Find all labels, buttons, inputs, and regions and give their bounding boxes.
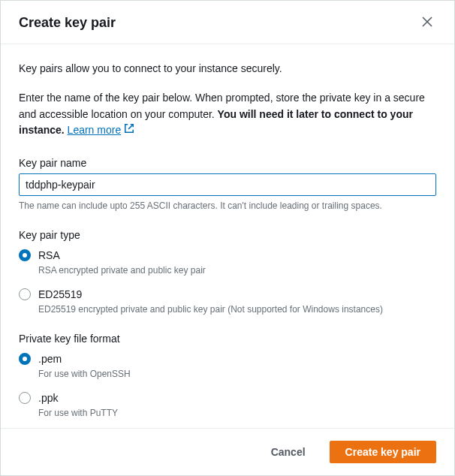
external-link-icon	[124, 122, 134, 139]
file-format-label: Private key file format	[19, 333, 436, 345]
radio-option-rsa[interactable]: RSA RSA encrypted private and public key…	[19, 249, 436, 276]
radio-option-pem[interactable]: .pem For use with OpenSSH	[19, 352, 436, 379]
radio-icon	[19, 392, 31, 404]
key-pair-type-group: RSA RSA encrypted private and public key…	[19, 249, 436, 315]
radio-icon	[19, 249, 31, 261]
radio-icon	[19, 353, 31, 365]
intro-text: Key pairs allow you to connect to your i…	[19, 61, 436, 77]
radio-option-ppk[interactable]: .ppk For use with PuTTY	[19, 391, 436, 418]
key-pair-type-label: Key pair type	[19, 229, 436, 241]
description-text: Enter the name of the key pair below. Wh…	[19, 90, 436, 139]
file-format-section: Private key file format .pem For use wit…	[19, 333, 436, 418]
create-key-pair-button[interactable]: Create key pair	[330, 441, 436, 463]
modal-title: Create key pair	[19, 15, 116, 31]
radio-label: .ppk	[38, 391, 118, 405]
radio-description: For use with OpenSSH	[38, 369, 131, 379]
radio-description: ED25519 encrypted private and public key…	[38, 304, 383, 315]
file-format-group: .pem For use with OpenSSH .ppk For use w…	[19, 352, 436, 418]
radio-label: .pem	[38, 352, 131, 366]
cancel-button[interactable]: Cancel	[256, 441, 321, 462]
learn-more-link[interactable]: Learn more	[68, 122, 135, 139]
close-button[interactable]	[418, 13, 436, 33]
key-pair-name-helper: The name can include upto 255 ASCII char…	[19, 200, 436, 211]
radio-label: ED25519	[38, 288, 383, 302]
key-pair-name-input[interactable]	[19, 173, 436, 196]
create-key-pair-modal: Create key pair Key pairs allow you to c…	[0, 0, 455, 476]
radio-description: For use with PuTTY	[38, 408, 118, 418]
radio-option-ed25519[interactable]: ED25519 ED25519 encrypted private and pu…	[19, 288, 436, 315]
key-pair-type-section: Key pair type RSA RSA encrypted private …	[19, 229, 436, 315]
radio-label: RSA	[38, 249, 206, 263]
key-pair-name-field: Key pair name The name can include upto …	[19, 157, 436, 211]
learn-more-label: Learn more	[68, 122, 122, 139]
key-pair-name-label: Key pair name	[19, 157, 436, 169]
modal-footer: Cancel Create key pair	[1, 428, 454, 475]
close-icon	[421, 16, 433, 30]
modal-body: Key pairs allow you to connect to your i…	[1, 44, 454, 428]
radio-description: RSA encrypted private and public key pai…	[38, 265, 206, 276]
radio-icon	[19, 288, 31, 300]
modal-header: Create key pair	[1, 1, 454, 44]
